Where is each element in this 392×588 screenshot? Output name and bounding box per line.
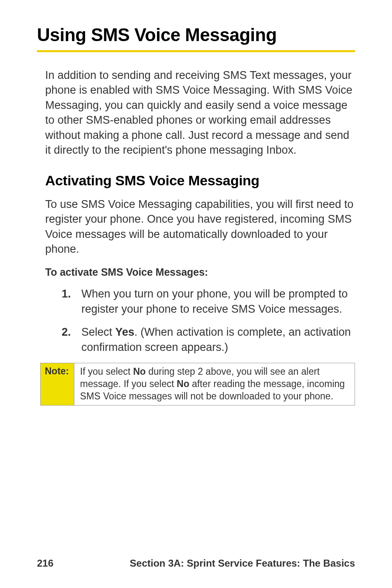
- list-number: 2.: [62, 325, 81, 355]
- body-paragraph: To use SMS Voice Messaging capabilities,…: [45, 197, 355, 257]
- note-label: Note:: [41, 363, 74, 405]
- page-number: 216: [37, 558, 53, 569]
- text-fragment: If you select: [80, 366, 133, 377]
- bold-text: No: [133, 366, 146, 377]
- bold-text: Yes: [115, 326, 135, 338]
- note-box: Note: If you select No during step 2 abo…: [40, 363, 355, 406]
- procedure-heading: To activate SMS Voice Messages:: [45, 266, 355, 278]
- list-number: 1.: [62, 286, 81, 316]
- intro-paragraph: In addition to sending and receiving SMS…: [45, 68, 355, 158]
- section-label: Section 3A: Sprint Service Features: The…: [130, 558, 355, 569]
- list-text: Select Yes. (When activation is complete…: [81, 325, 355, 355]
- section-heading: Activating SMS Voice Messaging: [45, 173, 355, 189]
- list-item: 2. Select Yes. (When activation is compl…: [62, 325, 355, 355]
- note-content: If you select No during step 2 above, yo…: [74, 363, 355, 405]
- heading-underline: [37, 50, 355, 52]
- list-text: When you turn on your phone, you will be…: [81, 286, 355, 316]
- text-fragment: Select: [81, 326, 115, 338]
- bold-text: No: [177, 378, 189, 389]
- page-title: Using SMS Voice Messaging: [37, 25, 355, 45]
- list-item: 1. When you turn on your phone, you will…: [62, 286, 355, 316]
- ordered-list: 1. When you turn on your phone, you will…: [62, 286, 355, 355]
- page-footer: 216 Section 3A: Sprint Service Features:…: [37, 558, 355, 569]
